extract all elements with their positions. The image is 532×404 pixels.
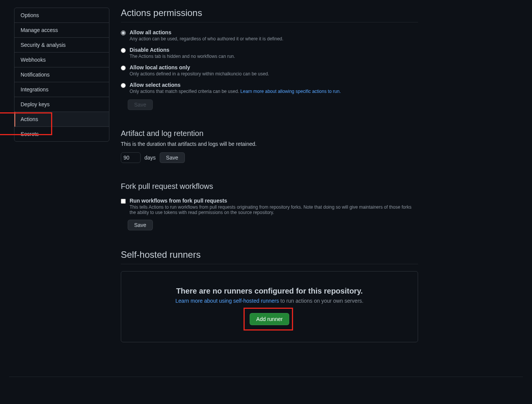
runners-empty-sub: Learn more about using self-hosted runne… (130, 298, 409, 304)
sidebar-item-options[interactable]: Options (14, 8, 109, 23)
sidebar-item-integrations[interactable]: Integrations (14, 82, 109, 97)
add-runner-button[interactable]: Add runner (250, 313, 289, 325)
permissions-heading: Actions permissions (121, 8, 418, 22)
learn-more-link[interactable]: Learn more about allowing specific actio… (240, 89, 341, 94)
radio-allow-all[interactable] (121, 30, 126, 35)
retention-heading: Artifact and log retention (121, 129, 418, 138)
permission-option-select[interactable]: Allow select actions Only actions that m… (121, 82, 418, 94)
sidebar-item-webhooks[interactable]: Webhooks (14, 53, 109, 67)
option-title: Allow local actions only (130, 64, 418, 70)
retention-desc: This is the duration that artifacts and … (121, 141, 418, 147)
sidebar-item-deploy-keys[interactable]: Deploy keys (14, 97, 109, 112)
retention-days-input[interactable] (121, 152, 141, 163)
sidebar-item-actions[interactable]: Actions (14, 112, 109, 127)
option-title: Allow select actions (130, 82, 418, 88)
radio-select[interactable] (121, 83, 126, 88)
fork-heading: Fork pull request workflows (121, 182, 418, 191)
option-desc: Only actions that match specified criter… (130, 89, 418, 94)
option-desc: Any action can be used, regardless of wh… (130, 36, 418, 42)
sidebar-item-manage-access[interactable]: Manage access (14, 23, 109, 38)
fork-checkbox-label: Run workflows from fork pull requests (130, 198, 418, 204)
runners-empty-state: There are no runners configured for this… (121, 271, 418, 342)
retention-save-button[interactable]: Save (160, 152, 185, 163)
option-title: Disable Actions (130, 47, 418, 53)
permission-option-disable[interactable]: Disable Actions The Actions tab is hidde… (121, 47, 418, 59)
sidebar-item-notifications[interactable]: Notifications (14, 67, 109, 82)
option-title: Allow all actions (130, 29, 418, 35)
fork-checkbox[interactable] (121, 199, 126, 204)
main-content: Actions permissions Allow all actions An… (109, 8, 429, 358)
fork-checkbox-row[interactable]: Run workflows from fork pull requests Th… (121, 198, 418, 215)
permission-option-allow-all[interactable]: Allow all actions Any action can be used… (121, 29, 418, 42)
permissions-save-button[interactable]: Save (128, 99, 153, 110)
runners-heading: Self-hosted runners (121, 249, 418, 264)
sidebar-item-secrets[interactable]: Secrets (14, 127, 109, 141)
permission-option-local[interactable]: Allow local actions only Only actions de… (121, 64, 418, 77)
radio-local[interactable] (121, 65, 126, 70)
sidebar-item-security-analysis[interactable]: Security & analysis (14, 38, 109, 53)
option-desc: Only actions defined in a repository wit… (130, 71, 418, 77)
footer-divider (9, 377, 523, 377)
fork-save-button[interactable]: Save (128, 220, 153, 230)
settings-sidebar: Options Manage access Security & analysi… (14, 8, 109, 142)
radio-disable[interactable] (121, 48, 126, 53)
days-label: days (144, 155, 156, 161)
runners-learn-link[interactable]: Learn more about using self-hosted runne… (175, 298, 279, 304)
fork-checkbox-desc: This tells Actions to run workflows from… (130, 204, 418, 215)
option-desc: The Actions tab is hidden and no workflo… (130, 54, 418, 59)
runners-empty-title: There are no runners configured for this… (130, 287, 409, 295)
